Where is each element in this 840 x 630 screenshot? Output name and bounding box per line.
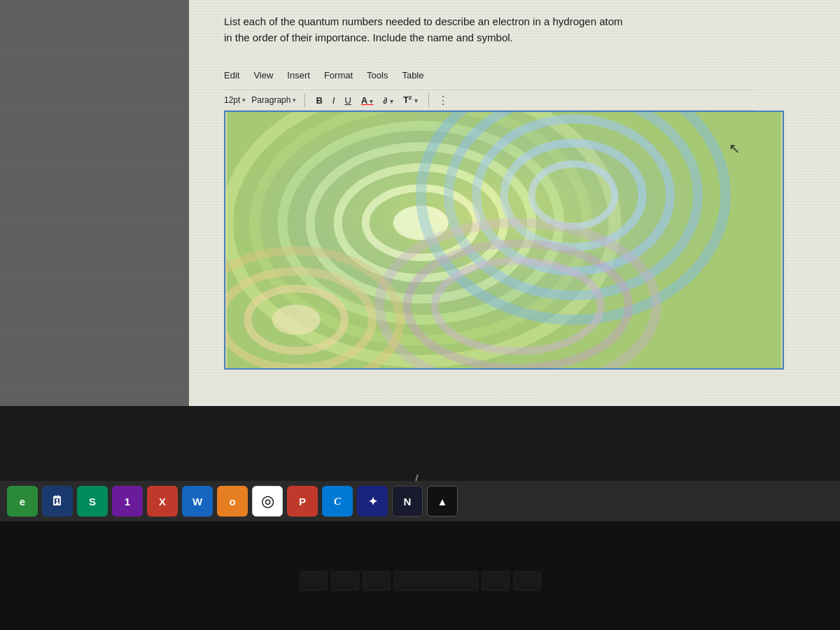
- kb-key-4: [394, 571, 478, 591]
- menu-insert[interactable]: Insert: [287, 70, 310, 80]
- bold-button[interactable]: B: [314, 94, 324, 106]
- menu-tools[interactable]: Tools: [367, 70, 388, 80]
- taskbar-excel-icon[interactable]: X: [147, 486, 178, 517]
- menu-format[interactable]: Format: [324, 70, 353, 80]
- question-area: List each of the quantum numbers needed …: [224, 14, 791, 46]
- kb-key-6: [513, 571, 541, 591]
- taskbar-powerpoint-icon[interactable]: P: [287, 486, 318, 517]
- highlight-button[interactable]: ∂ ▾: [381, 94, 396, 106]
- paragraph-chevron: ▾: [293, 97, 296, 104]
- separator-2: [428, 93, 429, 107]
- highlight-chevron: ▾: [390, 98, 393, 105]
- kb-key-2: [331, 571, 359, 591]
- separator-1: [304, 93, 305, 107]
- question-text: List each of the quantum numbers needed …: [224, 14, 791, 46]
- taskbar-edge-icon[interactable]: C: [322, 486, 353, 517]
- menu-edit[interactable]: Edit: [224, 70, 239, 80]
- underline-button[interactable]: U: [342, 94, 353, 106]
- text-editor[interactable]: ↖: [224, 111, 784, 370]
- kb-key-5: [482, 571, 510, 591]
- taskbar-onenote-icon[interactable]: 1: [112, 486, 143, 517]
- toolbar: 12pt ▾ Paragraph ▾ B I U A ▾ ∂ ▾ T2 ▾ ⋮: [224, 90, 756, 111]
- bottom-area: [0, 522, 840, 630]
- kb-key-1: [300, 571, 328, 591]
- menu-table[interactable]: Table: [402, 70, 424, 80]
- taskbar-arrow-icon[interactable]: ▲: [427, 486, 458, 517]
- menu-view[interactable]: View: [253, 70, 273, 80]
- superscript-button[interactable]: T2 ▾: [401, 94, 420, 106]
- italic-button[interactable]: I: [330, 94, 337, 106]
- taskbar-n-icon[interactable]: N: [392, 486, 423, 517]
- font-size-selector[interactable]: 12pt ▾: [224, 95, 246, 105]
- taskbar-outlook-icon[interactable]: o: [217, 486, 248, 517]
- superscript-chevron: ▾: [414, 98, 418, 105]
- menu-bar: Edit View Insert Format Tools Table: [224, 70, 424, 80]
- taskbar-browser-icon[interactable]: e: [7, 486, 38, 517]
- taskbar-calendar-icon[interactable]: 🗓: [42, 486, 73, 517]
- paragraph-selector[interactable]: Paragraph ▾: [251, 95, 296, 105]
- taskbar-twitter-icon[interactable]: ✦: [357, 486, 388, 517]
- font-color-chevron: ▾: [370, 98, 373, 105]
- svg-rect-20: [227, 112, 780, 368]
- editor-background: [225, 112, 783, 368]
- font-size-chevron: ▾: [242, 97, 246, 104]
- taskbar: e 🗓 S 1 X W o ◎ P C ✦ N ▲: [0, 481, 840, 522]
- font-color-button[interactable]: A ▾: [359, 94, 376, 106]
- taskbar-s-icon[interactable]: S: [77, 486, 108, 517]
- more-options-button[interactable]: ⋮: [438, 94, 448, 107]
- main-content-area: List each of the quantum numbers needed …: [189, 0, 840, 406]
- taskbar-word-icon[interactable]: W: [182, 486, 213, 517]
- left-panel: [0, 0, 189, 406]
- kb-key-3: [363, 571, 391, 591]
- taskbar-chrome-icon[interactable]: ◎: [252, 486, 283, 517]
